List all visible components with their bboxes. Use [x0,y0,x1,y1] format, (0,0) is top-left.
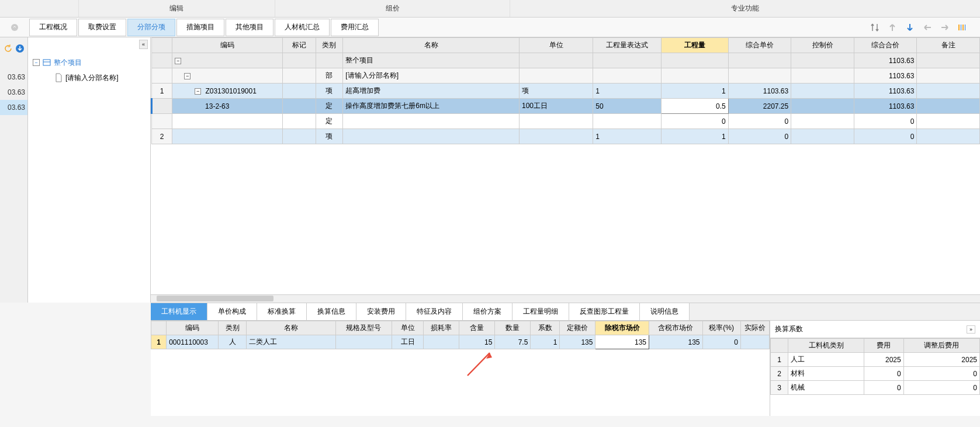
menu-price[interactable]: 组价 [275,0,511,17]
detail-row[interactable]: 1 0001110003 人 二类人工 工日 15 7.5 1 135 135 … [151,335,770,349]
side-panel-collapse-icon[interactable]: » [967,325,975,334]
side-row[interactable]: 2 材料 0 0 [771,367,980,381]
header-remark[interactable]: 备注 [917,38,980,53]
header-code[interactable]: 编码 [172,38,283,53]
download-icon[interactable] [15,44,25,55]
tab-standard-conversion[interactable]: 标准换算 [257,303,307,320]
header-total[interactable]: 综合合价 [854,38,917,53]
table-header-row: 编码 标记 类别 名称 单位 工程量表达式 工程量 综合单价 控制价 综合合价 … [152,38,980,53]
tab-resources[interactable]: 工料机显示 [151,303,207,320]
tab-resource-summary[interactable]: 人材机汇总 [275,19,330,36]
sheader-adjusted[interactable]: 调整后费用 [903,339,979,353]
tree-root-item[interactable]: − 整个项目 [33,55,150,70]
arrow-up-icon[interactable] [886,22,898,33]
dheader-content[interactable]: 含量 [459,321,495,335]
sort-icon[interactable] [869,22,881,33]
dheader-loss[interactable]: 损耗率 [424,321,459,335]
tab-quantity-detail[interactable]: 工程量明细 [512,303,569,320]
table-row[interactable]: 定 0 0 0 [152,114,980,129]
detail-table: 编码 类别 名称 规格及型号 单位 损耗率 含量 数量 系数 定额价 除税市场价… [151,321,770,349]
collapse-icon[interactable]: − [175,58,181,64]
header-expression[interactable]: 工程量表达式 [593,38,662,53]
svg-rect-6 [43,60,50,65]
arrow-left-icon[interactable] [922,22,933,33]
detail-area: 编码 类别 名称 规格及型号 单位 损耗率 含量 数量 系数 定额价 除税市场价… [151,321,980,416]
dheader-unit[interactable]: 单位 [392,321,423,335]
table-row[interactable]: − 部 [请输入分部名称] 1103.63 [152,68,980,84]
tab-reverse-lookup[interactable]: 反查图形工程量 [569,303,640,320]
side-panel: 换算系数 » 工料机类别 费用 调整后费用 1 人工 2025 2025 [770,321,980,416]
table-row-selected[interactable]: 13-2-63 定 操作高度增加费第七册6m以上 100工日 50 0.5 22… [152,99,980,114]
svg-rect-2 [961,25,961,30]
tab-pricing-scheme[interactable]: 组价方案 [463,303,512,320]
dheader-name[interactable]: 名称 [247,321,336,335]
dheader-market-price[interactable]: 除税市场价 [595,321,649,335]
tab-features[interactable]: 特征及内容 [406,303,463,320]
collapse-toggle-icon[interactable] [0,19,29,36]
bottom-tabs: 工料机显示 单价构成 标准换算 换算信息 安装费用 特征及内容 组价方案 工程量… [151,303,980,321]
dheader-tax-price[interactable]: 含税市场价 [649,321,702,335]
dheader-quota-price[interactable]: 定额价 [560,321,595,335]
menu-edit[interactable]: 编辑 [79,0,275,17]
tab-subdivisions[interactable]: 分部分项 [127,19,175,36]
menu-special[interactable]: 专业功能 [510,0,980,17]
header-name[interactable]: 名称 [343,38,520,53]
gutter-value-3: 03.63 [0,100,27,115]
header-category[interactable]: 类别 [316,38,343,53]
svg-point-0 [11,24,18,31]
dheader-code[interactable]: 编码 [167,321,219,335]
dheader-category[interactable]: 类别 [219,321,247,335]
horizontal-scrollbar[interactable] [151,294,980,303]
dheader-tax-rate[interactable]: 税率(%) [702,321,740,335]
header-quantity[interactable]: 工程量 [662,38,729,53]
side-table: 工料机类别 费用 调整后费用 1 人工 2025 2025 2 材料 0 0 [770,338,980,395]
svg-rect-4 [965,25,965,30]
tab-conversion-info[interactable]: 换算信息 [307,303,356,320]
gutter-value-1: 03.63 [0,70,27,85]
header-mark[interactable]: 标记 [283,38,316,53]
tab-price-composition[interactable]: 单价构成 [207,303,257,320]
tree-child-item[interactable]: [请输入分部名称] [33,70,150,85]
detail-header-row: 编码 类别 名称 规格及型号 单位 损耗率 含量 数量 系数 定额价 除税市场价… [151,321,770,335]
collapse-icon[interactable]: − [195,88,201,95]
table-row[interactable]: 1 − Z031301019001 项 超高增加费 项 1 1 1103.63 … [152,84,980,99]
tab-project-overview[interactable]: 工程概况 [29,19,77,36]
main-area: 03.63 03.63 03.63 « − 整个项目 [请输入分部名称] [0,37,980,303]
barcode-icon[interactable] [957,22,968,33]
tab-description[interactable]: 说明信息 [640,303,690,320]
tree-child-label: [请输入分部名称] [65,73,119,83]
top-menu-spacer [0,0,79,17]
collapse-icon[interactable]: − [184,73,191,79]
header-unit[interactable]: 单位 [519,38,593,53]
top-menu-bar: 编辑 组价 专业功能 [0,0,980,18]
table-row[interactable]: 2 项 1 1 0 0 [152,129,980,144]
refresh-icon[interactable] [4,44,13,55]
main-table: 编码 标记 类别 名称 单位 工程量表达式 工程量 综合单价 控制价 综合合价 … [151,37,980,144]
side-row[interactable]: 1 人工 2025 2025 [771,353,980,367]
dheader-blank[interactable] [151,321,167,335]
dheader-qty[interactable]: 数量 [495,321,531,335]
sidebar-tree: « − 整个项目 [请输入分部名称] [28,37,151,303]
tab-other-items[interactable]: 其他项目 [226,19,273,36]
sidebar-collapse-icon[interactable]: « [139,40,148,49]
side-row[interactable]: 3 机械 0 0 [771,381,980,395]
expand-icon[interactable]: − [33,59,40,66]
header-blank[interactable] [152,38,172,53]
gutter-value-2: 03.63 [0,85,27,100]
document-icon [54,73,63,82]
arrow-down-icon[interactable] [904,22,916,33]
sheader-category[interactable]: 工料机类别 [788,339,864,353]
header-control-price[interactable]: 控制价 [791,38,854,53]
sheader-blank[interactable] [771,339,788,353]
tab-fee-settings[interactable]: 取费设置 [78,19,126,36]
header-unit-price[interactable]: 综合单价 [728,38,791,53]
tab-measures[interactable]: 措施项目 [176,19,224,36]
arrow-right-icon[interactable] [939,22,951,33]
dheader-spec[interactable]: 规格及型号 [335,321,392,335]
dheader-actual[interactable]: 实际价 [740,321,769,335]
tab-cost-summary[interactable]: 费用汇总 [331,19,379,36]
dheader-factor[interactable]: 系数 [531,321,560,335]
sheader-cost[interactable]: 费用 [864,339,903,353]
tab-install-cost[interactable]: 安装费用 [356,303,406,320]
table-row[interactable]: − 整个项目 1103.63 [152,53,980,68]
